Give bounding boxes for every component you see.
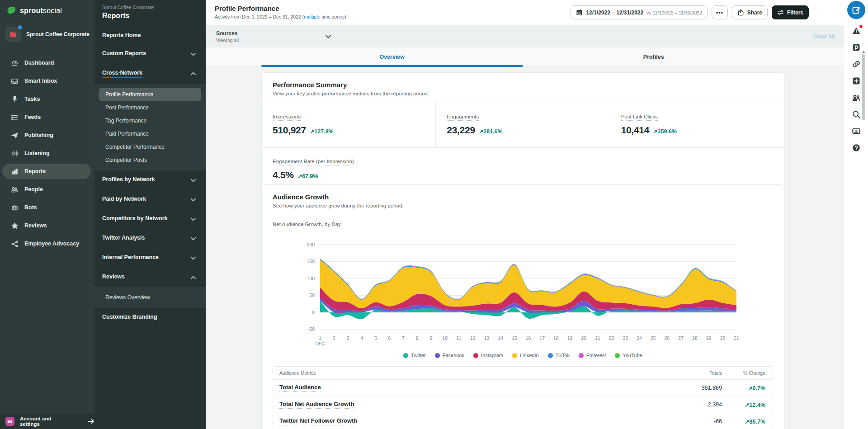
alert-button[interactable] bbox=[851, 26, 861, 36]
compose-button[interactable] bbox=[847, 1, 865, 19]
svg-text:-50: -50 bbox=[308, 326, 315, 332]
reports-nav-reviews[interactable]: Reviews bbox=[94, 268, 206, 287]
report-link-tag-performance[interactable]: Tag Performance bbox=[99, 114, 201, 127]
sidebar-item-feeds[interactable]: Feeds bbox=[0, 108, 94, 126]
sprout-p-icon bbox=[852, 43, 861, 52]
keyboard-button[interactable] bbox=[851, 126, 861, 136]
alert-icon bbox=[852, 26, 861, 35]
workspace-selector[interactable]: Sprout Coffee Corporate bbox=[5, 27, 94, 42]
plus-square-button[interactable] bbox=[851, 76, 861, 86]
sidebar-item-tasks[interactable]: Tasks bbox=[0, 90, 94, 108]
date-range-button[interactable]: 12/1/2022 – 12/31/2022 vs 11/1/2022 – 11… bbox=[571, 5, 708, 19]
audience-metrics-table: Audience MetricsTotals% ChangeTotal Audi… bbox=[273, 366, 773, 429]
reports-nav-paid-by-network[interactable]: Paid by Network bbox=[94, 190, 206, 209]
svg-text:4: 4 bbox=[360, 335, 363, 341]
legend-swatch bbox=[473, 353, 478, 358]
sidebar-item-employee-advocacy[interactable]: Employee Advocacy bbox=[0, 235, 94, 253]
sidebar-item-publishing[interactable]: Publishing bbox=[0, 126, 94, 144]
workspace-folder-icon bbox=[5, 27, 21, 42]
inbox-icon bbox=[11, 77, 19, 85]
reports-nav-reports-home[interactable]: Reports Home bbox=[94, 26, 206, 44]
chevron-down-icon bbox=[191, 197, 196, 200]
reports-nav-cross-network[interactable]: Cross-Network bbox=[94, 64, 206, 84]
keyboard-icon bbox=[852, 127, 861, 136]
svg-text:150: 150 bbox=[307, 259, 315, 264]
svg-text:2: 2 bbox=[333, 335, 335, 341]
multiple-timezones-link[interactable]: multiple bbox=[304, 14, 320, 19]
tab-overview[interactable]: Overview bbox=[261, 47, 523, 66]
svg-text:9: 9 bbox=[430, 335, 433, 341]
pin-icon bbox=[11, 95, 19, 103]
chevron-down-icon bbox=[191, 51, 196, 55]
tab-profiles[interactable]: Profiles bbox=[523, 47, 785, 66]
link-button[interactable] bbox=[851, 59, 861, 69]
legend-item-twitter[interactable]: Twitter bbox=[403, 353, 425, 358]
report-link-post-performance[interactable]: Post Performance bbox=[99, 101, 201, 114]
legend-item-tiktok[interactable]: TikTok bbox=[548, 353, 570, 358]
help-button[interactable] bbox=[851, 143, 861, 153]
sidebar-item-reports[interactable]: Reports bbox=[0, 162, 94, 180]
svg-text:100: 100 bbox=[307, 276, 315, 281]
account-settings[interactable]: BS Account and settings bbox=[0, 414, 94, 429]
share-label: Share bbox=[747, 9, 762, 16]
sidebar-item-label: People bbox=[24, 186, 43, 193]
chevron-down-icon bbox=[191, 177, 196, 181]
sources-label: Sources bbox=[216, 30, 341, 37]
performance-summary-card: Performance Summary View your key profil… bbox=[261, 72, 784, 193]
legend-item-linkedin[interactable]: LinkedIn bbox=[512, 353, 539, 358]
users-button[interactable] bbox=[851, 93, 861, 103]
scrollbar-thumb[interactable] bbox=[862, 54, 865, 120]
reports-nav-twitter-analysis[interactable]: Twitter Analysis bbox=[94, 229, 206, 248]
avatar: BS bbox=[5, 417, 14, 426]
audience-growth-title: Audience Growth bbox=[273, 193, 773, 201]
search-button[interactable] bbox=[851, 109, 861, 119]
report-link-competitor-performance[interactable]: Competitor Performance bbox=[99, 141, 201, 153]
reports-nav-internal-performance[interactable]: Internal Performance bbox=[94, 248, 206, 268]
legend-swatch bbox=[512, 353, 517, 358]
report-link-paid-performance[interactable]: Paid Performance bbox=[99, 127, 201, 140]
svg-text:25: 25 bbox=[651, 335, 656, 341]
bot-icon bbox=[11, 204, 19, 212]
reports-nav-competitors-by-network[interactable]: Competitors by Network bbox=[94, 209, 206, 229]
reports-nav-profiles-by-network[interactable]: Profiles by Network bbox=[94, 170, 206, 190]
reports-subgroup: Profile PerformancePost PerformanceTag P… bbox=[94, 84, 206, 170]
sidebar-item-bots[interactable]: Bots bbox=[0, 198, 94, 217]
change-badge: ↗67.9% bbox=[297, 173, 318, 179]
reports-nav-custom-reports[interactable]: Custom Reports bbox=[94, 44, 206, 64]
svg-text:21: 21 bbox=[595, 335, 600, 341]
sidebar-item-people[interactable]: People bbox=[0, 180, 94, 198]
report-link-reviews-overview[interactable]: Reviews Overview bbox=[99, 291, 201, 304]
performance-summary-subtitle: View your key profile performance metric… bbox=[273, 91, 773, 96]
legend-item-youtube[interactable]: YouTube bbox=[615, 353, 642, 358]
sprout-social-logo[interactable]: sproutsocial bbox=[0, 0, 94, 16]
scroll-up-arrow[interactable] bbox=[862, 51, 865, 53]
sprout-p-button[interactable] bbox=[851, 42, 861, 52]
audience-growth-card: Audience Growth See how your audience gr… bbox=[261, 184, 784, 429]
search-icon bbox=[852, 110, 861, 119]
sidebar-item-dashboard[interactable]: Dashboard bbox=[0, 54, 94, 72]
svg-text:200: 200 bbox=[307, 242, 315, 247]
sources-dropdown[interactable]: Sources Viewing all bbox=[206, 25, 341, 47]
share-icon bbox=[737, 9, 744, 16]
vertical-scrollbar[interactable] bbox=[861, 51, 866, 429]
report-link-profile-performance[interactable]: Profile Performance bbox=[99, 88, 201, 101]
legend-swatch bbox=[615, 353, 620, 358]
filters-icon bbox=[777, 9, 784, 16]
more-options-button[interactable]: ••• bbox=[712, 5, 728, 19]
share-button[interactable]: Share bbox=[732, 5, 768, 19]
legend-item-pinterest[interactable]: Pinterest bbox=[579, 353, 606, 358]
chart-legend: TwitterFacebookInstagramLinkedInTikTokPi… bbox=[262, 353, 784, 358]
legend-item-facebook[interactable]: Facebook bbox=[435, 353, 464, 358]
report-link-competitor-posts[interactable]: Competitor Posts bbox=[99, 154, 201, 166]
filters-button[interactable]: Filters bbox=[772, 5, 809, 19]
svg-text:31: 31 bbox=[734, 335, 739, 341]
clear-all-link[interactable]: Clear All bbox=[813, 33, 835, 40]
advocacy-icon bbox=[11, 240, 19, 248]
sidebar-item-reviews[interactable]: Reviews bbox=[0, 217, 94, 235]
header-actions: 12/1/2022 – 12/31/2022 vs 11/1/2022 – 11… bbox=[571, 5, 809, 19]
sidebar-item-listening[interactable]: Listening bbox=[0, 144, 94, 162]
sidebar-item-smart-inbox[interactable]: Smart Inbox bbox=[0, 72, 94, 90]
legend-item-instagram[interactable]: Instagram bbox=[473, 353, 503, 358]
tab-bar: OverviewProfiles bbox=[206, 47, 844, 66]
reports-nav-customize-branding[interactable]: Customize Branding bbox=[94, 308, 206, 326]
